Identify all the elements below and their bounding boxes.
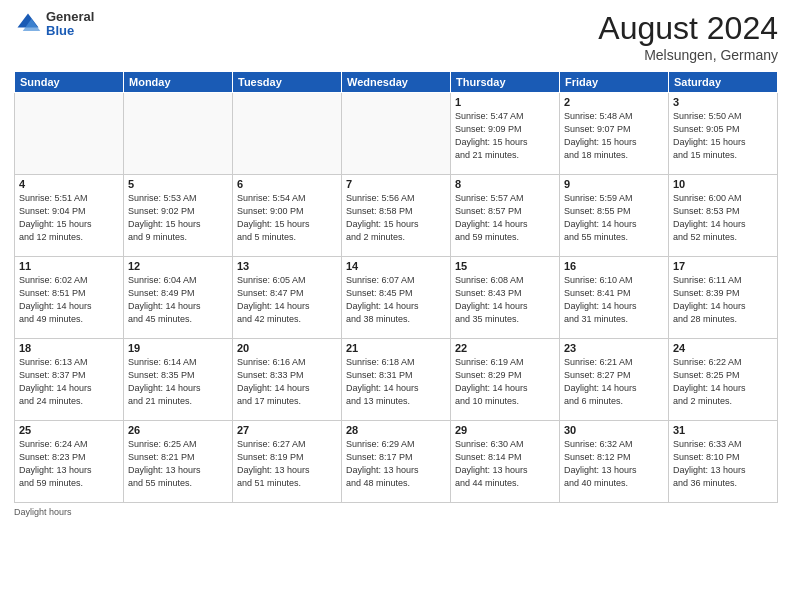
day-number: 18 — [19, 342, 119, 354]
day-info: Sunrise: 6:29 AMSunset: 8:17 PMDaylight:… — [346, 438, 446, 490]
calendar-cell: 9Sunrise: 5:59 AMSunset: 8:55 PMDaylight… — [560, 175, 669, 257]
calendar-cell: 8Sunrise: 5:57 AMSunset: 8:57 PMDaylight… — [451, 175, 560, 257]
day-info: Sunrise: 6:13 AMSunset: 8:37 PMDaylight:… — [19, 356, 119, 408]
day-number: 15 — [455, 260, 555, 272]
month-year: August 2024 — [598, 10, 778, 47]
day-number: 28 — [346, 424, 446, 436]
day-number: 16 — [564, 260, 664, 272]
header-row: SundayMondayTuesdayWednesdayThursdayFrid… — [15, 72, 778, 93]
calendar-cell: 22Sunrise: 6:19 AMSunset: 8:29 PMDayligh… — [451, 339, 560, 421]
calendar-cell — [15, 93, 124, 175]
calendar-cell: 29Sunrise: 6:30 AMSunset: 8:14 PMDayligh… — [451, 421, 560, 503]
day-info: Sunrise: 5:54 AMSunset: 9:00 PMDaylight:… — [237, 192, 337, 244]
day-number: 27 — [237, 424, 337, 436]
calendar-cell: 24Sunrise: 6:22 AMSunset: 8:25 PMDayligh… — [669, 339, 778, 421]
day-info: Sunrise: 5:57 AMSunset: 8:57 PMDaylight:… — [455, 192, 555, 244]
calendar-cell: 23Sunrise: 6:21 AMSunset: 8:27 PMDayligh… — [560, 339, 669, 421]
day-number: 17 — [673, 260, 773, 272]
day-info: Sunrise: 6:11 AMSunset: 8:39 PMDaylight:… — [673, 274, 773, 326]
day-number: 13 — [237, 260, 337, 272]
day-info: Sunrise: 6:30 AMSunset: 8:14 PMDaylight:… — [455, 438, 555, 490]
col-header-tuesday: Tuesday — [233, 72, 342, 93]
calendar-cell: 7Sunrise: 5:56 AMSunset: 8:58 PMDaylight… — [342, 175, 451, 257]
day-number: 31 — [673, 424, 773, 436]
day-info: Sunrise: 6:33 AMSunset: 8:10 PMDaylight:… — [673, 438, 773, 490]
col-header-saturday: Saturday — [669, 72, 778, 93]
col-header-wednesday: Wednesday — [342, 72, 451, 93]
day-info: Sunrise: 6:16 AMSunset: 8:33 PMDaylight:… — [237, 356, 337, 408]
day-number: 11 — [19, 260, 119, 272]
calendar-table: SundayMondayTuesdayWednesdayThursdayFrid… — [14, 71, 778, 503]
day-number: 19 — [128, 342, 228, 354]
day-number: 6 — [237, 178, 337, 190]
day-number: 26 — [128, 424, 228, 436]
day-number: 5 — [128, 178, 228, 190]
calendar-cell: 11Sunrise: 6:02 AMSunset: 8:51 PMDayligh… — [15, 257, 124, 339]
day-info: Sunrise: 6:08 AMSunset: 8:43 PMDaylight:… — [455, 274, 555, 326]
calendar-row-4: 25Sunrise: 6:24 AMSunset: 8:23 PMDayligh… — [15, 421, 778, 503]
day-number: 22 — [455, 342, 555, 354]
calendar-row-2: 11Sunrise: 6:02 AMSunset: 8:51 PMDayligh… — [15, 257, 778, 339]
title-block: August 2024 Melsungen, Germany — [598, 10, 778, 63]
calendar-cell: 12Sunrise: 6:04 AMSunset: 8:49 PMDayligh… — [124, 257, 233, 339]
calendar-cell: 27Sunrise: 6:27 AMSunset: 8:19 PMDayligh… — [233, 421, 342, 503]
day-info: Sunrise: 6:22 AMSunset: 8:25 PMDaylight:… — [673, 356, 773, 408]
location: Melsungen, Germany — [598, 47, 778, 63]
col-header-sunday: Sunday — [15, 72, 124, 93]
day-info: Sunrise: 5:48 AMSunset: 9:07 PMDaylight:… — [564, 110, 664, 162]
day-info: Sunrise: 6:19 AMSunset: 8:29 PMDaylight:… — [455, 356, 555, 408]
col-header-monday: Monday — [124, 72, 233, 93]
col-header-thursday: Thursday — [451, 72, 560, 93]
calendar-cell: 3Sunrise: 5:50 AMSunset: 9:05 PMDaylight… — [669, 93, 778, 175]
calendar-cell: 2Sunrise: 5:48 AMSunset: 9:07 PMDaylight… — [560, 93, 669, 175]
day-info: Sunrise: 6:14 AMSunset: 8:35 PMDaylight:… — [128, 356, 228, 408]
col-header-friday: Friday — [560, 72, 669, 93]
day-number: 25 — [19, 424, 119, 436]
page: General Blue August 2024 Melsungen, Germ… — [0, 0, 792, 612]
day-number: 12 — [128, 260, 228, 272]
day-info: Sunrise: 6:04 AMSunset: 8:49 PMDaylight:… — [128, 274, 228, 326]
logo-icon — [14, 10, 42, 38]
logo-general-label: General — [46, 10, 94, 24]
calendar-cell: 19Sunrise: 6:14 AMSunset: 8:35 PMDayligh… — [124, 339, 233, 421]
calendar-cell: 25Sunrise: 6:24 AMSunset: 8:23 PMDayligh… — [15, 421, 124, 503]
calendar-cell: 17Sunrise: 6:11 AMSunset: 8:39 PMDayligh… — [669, 257, 778, 339]
calendar-cell: 16Sunrise: 6:10 AMSunset: 8:41 PMDayligh… — [560, 257, 669, 339]
day-number: 20 — [237, 342, 337, 354]
footer-note: Daylight hours — [14, 507, 778, 517]
logo-text: General Blue — [46, 10, 94, 39]
day-number: 9 — [564, 178, 664, 190]
calendar-cell: 28Sunrise: 6:29 AMSunset: 8:17 PMDayligh… — [342, 421, 451, 503]
day-info: Sunrise: 6:10 AMSunset: 8:41 PMDaylight:… — [564, 274, 664, 326]
logo: General Blue — [14, 10, 94, 39]
calendar-cell: 10Sunrise: 6:00 AMSunset: 8:53 PMDayligh… — [669, 175, 778, 257]
day-info: Sunrise: 6:00 AMSunset: 8:53 PMDaylight:… — [673, 192, 773, 244]
calendar-cell: 14Sunrise: 6:07 AMSunset: 8:45 PMDayligh… — [342, 257, 451, 339]
calendar-header: SundayMondayTuesdayWednesdayThursdayFrid… — [15, 72, 778, 93]
day-number: 24 — [673, 342, 773, 354]
day-info: Sunrise: 6:07 AMSunset: 8:45 PMDaylight:… — [346, 274, 446, 326]
day-info: Sunrise: 5:50 AMSunset: 9:05 PMDaylight:… — [673, 110, 773, 162]
day-number: 3 — [673, 96, 773, 108]
day-info: Sunrise: 6:18 AMSunset: 8:31 PMDaylight:… — [346, 356, 446, 408]
day-info: Sunrise: 5:56 AMSunset: 8:58 PMDaylight:… — [346, 192, 446, 244]
calendar-body: 1Sunrise: 5:47 AMSunset: 9:09 PMDaylight… — [15, 93, 778, 503]
day-info: Sunrise: 5:59 AMSunset: 8:55 PMDaylight:… — [564, 192, 664, 244]
day-number: 23 — [564, 342, 664, 354]
day-number: 8 — [455, 178, 555, 190]
day-number: 2 — [564, 96, 664, 108]
day-number: 7 — [346, 178, 446, 190]
calendar-cell: 31Sunrise: 6:33 AMSunset: 8:10 PMDayligh… — [669, 421, 778, 503]
day-number: 14 — [346, 260, 446, 272]
calendar-cell: 15Sunrise: 6:08 AMSunset: 8:43 PMDayligh… — [451, 257, 560, 339]
header: General Blue August 2024 Melsungen, Germ… — [14, 10, 778, 63]
day-number: 1 — [455, 96, 555, 108]
logo-blue-label: Blue — [46, 24, 94, 38]
day-number: 30 — [564, 424, 664, 436]
calendar-cell: 4Sunrise: 5:51 AMSunset: 9:04 PMDaylight… — [15, 175, 124, 257]
day-info: Sunrise: 6:25 AMSunset: 8:21 PMDaylight:… — [128, 438, 228, 490]
calendar-cell — [342, 93, 451, 175]
day-info: Sunrise: 6:02 AMSunset: 8:51 PMDaylight:… — [19, 274, 119, 326]
day-number: 10 — [673, 178, 773, 190]
day-info: Sunrise: 5:47 AMSunset: 9:09 PMDaylight:… — [455, 110, 555, 162]
